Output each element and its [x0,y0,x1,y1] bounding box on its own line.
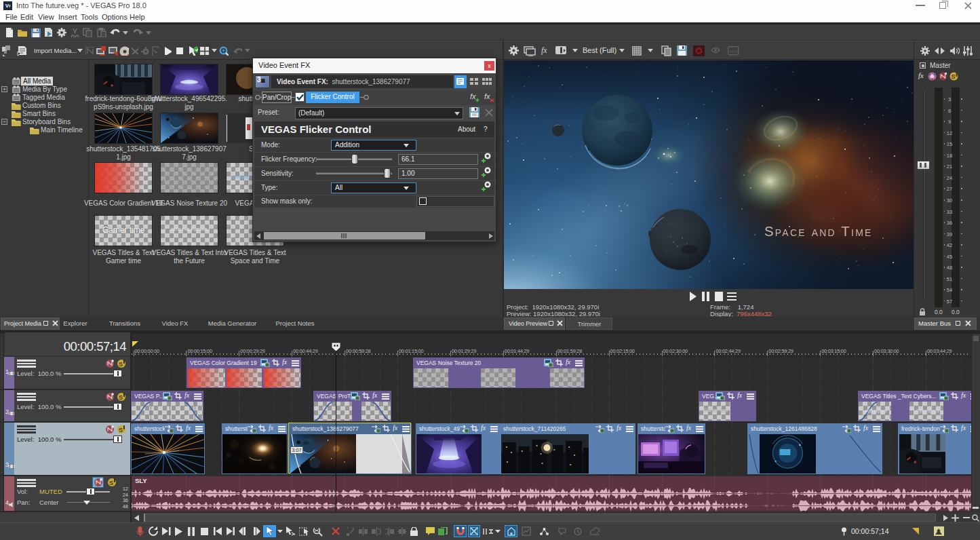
svg-text:S: S [119,361,123,368]
svg-text:HDR: HDR [730,50,739,54]
svg-text:fx: fx [470,92,476,100]
svg-text:S: S [119,394,123,401]
svg-text:Space and Time: Space and Time [764,223,873,239]
svg-text:fx: fx [484,92,490,100]
svg-text:S: S [119,427,123,433]
svg-text:S: S [952,73,956,80]
